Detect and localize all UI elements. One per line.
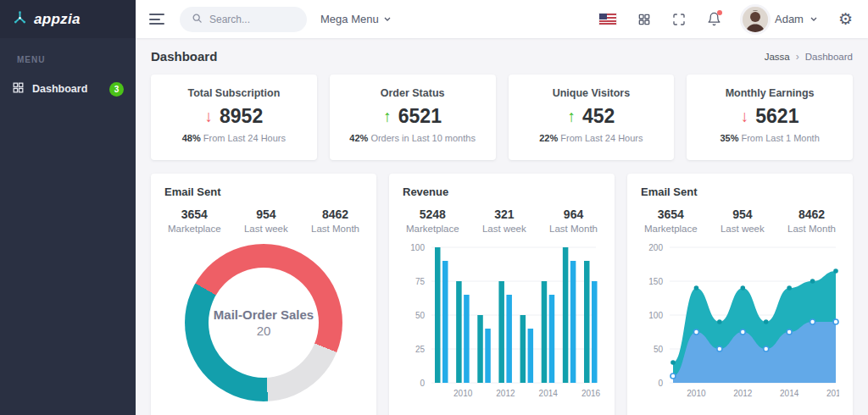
page-content: Dashboard Jassa › Dashboard Total Subscr… — [136, 38, 868, 415]
chart-title: Email Sent — [164, 185, 363, 198]
svg-text:75: 75 — [415, 277, 426, 286]
svg-text:0: 0 — [658, 379, 663, 388]
stat-value: ↓ 5621 — [695, 105, 844, 128]
svg-text:2012: 2012 — [733, 389, 753, 398]
breadcrumb-separator: › — [796, 51, 799, 63]
svg-text:2010: 2010 — [687, 389, 706, 398]
language-flag-us[interactable] — [599, 14, 616, 25]
breadcrumb: Jassa › Dashboard — [765, 51, 853, 63]
brand-logo[interactable]: appzia — [0, 0, 136, 38]
brand-name: appzia — [34, 11, 81, 28]
stat-note: 42%Orders in Last 10 months — [338, 133, 487, 143]
area-chart: 0501001502002010201220142016 — [641, 241, 839, 403]
stat-note: 22%From Last 24 Hours — [517, 133, 666, 143]
donut-chart: Mail-Order Sales 20 — [185, 244, 342, 401]
user-menu[interactable]: Adam — [743, 7, 817, 32]
chart-title: Revenue — [403, 185, 601, 198]
svg-text:100: 100 — [410, 243, 425, 252]
mini-stats: 5248Marketplace 321Last week 964Last Mon… — [403, 208, 601, 234]
svg-text:2012: 2012 — [496, 389, 515, 398]
stat-note: 35%From Last 1 Month — [695, 133, 844, 143]
svg-text:2014: 2014 — [780, 389, 799, 398]
topbar: Mega Menu — [136, 0, 868, 38]
stat-value: ↓ 8952 — [159, 105, 309, 128]
page-title: Dashboard — [151, 49, 217, 64]
avatar — [743, 7, 768, 32]
trend-down-icon: ↓ — [741, 108, 749, 126]
menu-toggle-icon[interactable] — [147, 10, 166, 28]
main-area: Mega Menu — [136, 0, 868, 415]
chart-title: Email Sent — [641, 185, 839, 198]
notification-dot — [717, 10, 722, 15]
bar-chart: 02550751002010201220142016 — [403, 241, 601, 403]
trend-up-icon: ↑ — [383, 108, 392, 126]
svg-text:2010: 2010 — [453, 389, 473, 398]
stat-title: Unique Visitors — [517, 87, 666, 99]
svg-text:100: 100 — [648, 311, 663, 320]
svg-text:200: 200 — [648, 243, 663, 252]
stat-card-order-status: Order Status ↑ 6521 42%Orders in Last 10… — [330, 75, 496, 160]
chart-card-revenue-bar: Revenue 5248Marketplace 321Last week 964… — [389, 174, 615, 415]
svg-text:50: 50 — [415, 311, 426, 320]
app-root: appzia MENU Dashboard 3 — [0, 0, 868, 415]
stats-row: Total Subscription ↓ 8952 48%From Last 2… — [151, 75, 853, 160]
search-icon — [192, 12, 203, 27]
stat-note: 48%From Last 24 Hours — [159, 133, 309, 143]
chevron-down-icon — [810, 17, 817, 21]
svg-text:25: 25 — [415, 345, 426, 354]
sidebar-item-dashboard[interactable]: Dashboard 3 — [0, 73, 136, 105]
user-name: Adam — [775, 13, 804, 25]
chart-card-email-sent-donut: Email Sent 3654Marketplace 954Last week … — [151, 174, 376, 415]
notifications-bell-icon[interactable] — [707, 12, 721, 26]
apps-grid-icon[interactable] — [637, 13, 651, 26]
settings-gear-icon[interactable]: ⚙ — [838, 11, 853, 27]
svg-text:2016: 2016 — [826, 389, 839, 398]
topbar-actions: Adam ⚙ — [599, 7, 853, 32]
stat-card-total-subscription: Total Subscription ↓ 8952 48%From Last 2… — [151, 75, 317, 160]
chevron-down-icon — [384, 17, 391, 21]
fullscreen-icon[interactable] — [672, 13, 686, 26]
mini-stats: 3654Marketplace 954Last week 8462Last Mo… — [641, 208, 839, 234]
svg-text:50: 50 — [654, 345, 664, 354]
donut-center-text: Mail-Order Sales 20 — [185, 244, 342, 401]
stat-card-unique-visitors: Unique Visitors ↑ 452 22%From Last 24 Ho… — [509, 75, 675, 160]
stat-value: ↑ 6521 — [338, 105, 487, 128]
search-box[interactable] — [180, 7, 307, 32]
menu-section-label: MENU — [0, 38, 136, 73]
stat-value: ↑ 452 — [517, 105, 666, 128]
charts-row: Email Sent 3654Marketplace 954Last week … — [151, 174, 853, 415]
svg-text:150: 150 — [648, 277, 663, 286]
stat-title: Total Subscription — [159, 87, 309, 99]
sidebar-item-label: Dashboard — [32, 83, 87, 95]
mega-menu-label: Mega Menu — [320, 13, 379, 25]
mega-menu-dropdown[interactable]: Mega Menu — [320, 13, 391, 25]
stat-card-monthly-earnings: Monthly Earnings ↓ 5621 35%From Last 1 M… — [687, 75, 853, 160]
trend-down-icon: ↓ — [205, 108, 214, 126]
us-flag-icon — [599, 14, 616, 25]
mini-stats: 3654Marketplace 954Last week 8462Last Mo… — [164, 208, 363, 234]
chart-card-email-sent-area: Email Sent 3654Marketplace 954Last week … — [627, 174, 853, 415]
dashboard-count-badge: 3 — [109, 82, 124, 97]
breadcrumb-home[interactable]: Jassa — [765, 52, 790, 62]
stat-title: Monthly Earnings — [695, 87, 844, 99]
svg-text:0: 0 — [420, 379, 425, 388]
trend-up-icon: ↑ — [567, 108, 576, 126]
page-head: Dashboard Jassa › Dashboard — [151, 49, 853, 64]
svg-text:2016: 2016 — [581, 389, 601, 398]
dashboard-grid-icon — [12, 81, 25, 97]
svg-text:2014: 2014 — [539, 389, 559, 398]
stat-title: Order Status — [338, 87, 487, 99]
sidebar: appzia MENU Dashboard 3 — [0, 0, 136, 415]
breadcrumb-current: Dashboard — [805, 52, 853, 62]
drone-logo-icon — [12, 9, 28, 29]
search-input[interactable] — [209, 14, 295, 25]
